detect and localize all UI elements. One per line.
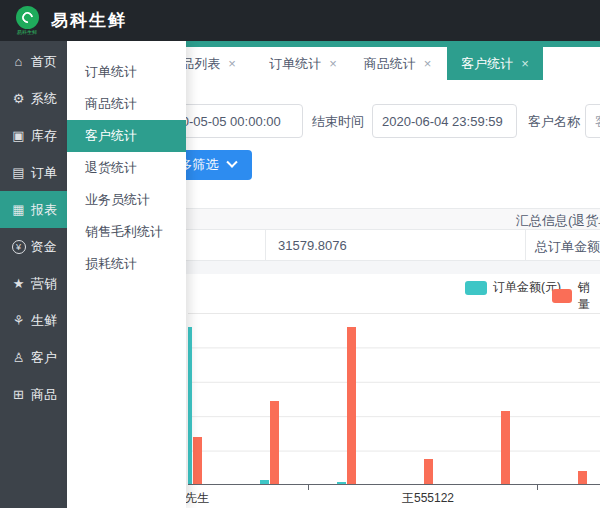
bar-order-amount [260, 480, 269, 484]
legend-swatch-order-amount [465, 281, 487, 295]
cell-divider [525, 230, 526, 261]
sidebar-item-goods[interactable]: ⊞商品 [0, 376, 68, 413]
sidebar-item-label: 商品 [31, 386, 57, 404]
sidebar-item-label: 营销 [31, 275, 57, 293]
submenu-item-gross-profit-stats[interactable]: 销售毛利统计 [67, 216, 186, 248]
cell-divider [265, 230, 266, 261]
goods-icon: ⊞ [11, 387, 26, 402]
close-icon[interactable]: × [521, 56, 529, 71]
sidebar-item-marketing[interactable]: ★营销 [0, 265, 68, 302]
home-icon: ⌂ [11, 54, 26, 69]
reports-icon: ▦ [11, 202, 26, 217]
end-time-input[interactable] [372, 104, 517, 138]
sidebar-item-label: 客户 [31, 349, 57, 367]
tab-customer-stats[interactable]: 客户统计× [447, 47, 543, 80]
close-icon[interactable]: × [228, 56, 236, 71]
sidebar-item-orders[interactable]: ▤订单 [0, 154, 68, 191]
tab-label: 订单统计 [269, 55, 321, 73]
bar-sales-volume [578, 471, 587, 484]
sidebar-item-fresh[interactable]: ⚘生鲜 [0, 302, 68, 339]
app-logo: 易科生鲜 [9, 6, 45, 36]
close-icon[interactable]: × [329, 56, 337, 71]
tab-label: 客户统计 [461, 55, 513, 73]
sidebar-item-label: 库存 [31, 127, 57, 145]
page: 易科生鲜 易科生鲜 ⌂首页⚙系统▣库存▤订单▦报表¥资金★营销⚘生鲜♙客户⊞商品… [0, 0, 600, 508]
tab-order-stats[interactable]: 订单统计× [268, 47, 338, 80]
legend-item-sales-volume[interactable]: 销量 [552, 279, 600, 313]
legend-label-order-amount: 订单金额(元) [493, 279, 561, 296]
submenu-item-customer-stats[interactable]: 客户统计 [67, 120, 186, 152]
sidebar-item-label: 报表 [31, 201, 57, 219]
sidebar-item-label: 生鲜 [31, 312, 57, 330]
submenu-item-salesman-stats[interactable]: 业务员统计 [67, 184, 186, 216]
chevron-down-icon [226, 157, 237, 168]
summary-header-text: 汇总信息(退货单 [516, 212, 600, 230]
sidebar-item-inventory[interactable]: ▣库存 [0, 117, 68, 154]
app-title: 易科生鲜 [51, 9, 127, 32]
logo-icon [16, 6, 39, 29]
bar-sales-volume [193, 437, 202, 484]
sidebar-item-reports[interactable]: ▦报表 [0, 191, 68, 228]
bar-chart-plot [188, 313, 600, 485]
marketing-icon: ★ [11, 276, 26, 291]
x-axis-label: 先生 [185, 490, 209, 507]
sidebar-item-label: 订单 [31, 164, 57, 182]
submenu-item-loss-stats[interactable]: 损耗统计 [67, 248, 186, 280]
x-axis-tick [308, 485, 309, 490]
tab-label: 商品统计 [364, 55, 416, 73]
sidebar-item-label: 首页 [31, 53, 57, 71]
submenu-item-return-stats[interactable]: 退货统计 [67, 152, 186, 184]
end-time-label: 结束时间 [312, 113, 364, 131]
logo-subtext: 易科生鲜 [17, 29, 37, 35]
customers-icon: ♙ [11, 350, 26, 365]
sidebar-item-system[interactable]: ⚙系统 [0, 80, 68, 117]
sidebar-item-home[interactable]: ⌂首页 [0, 43, 68, 80]
tab-goods-stats[interactable]: 商品统计× [363, 47, 432, 80]
x-axis-label: 王555122 [402, 490, 454, 507]
bar-order-amount [337, 482, 346, 484]
legend-label-sales-volume: 销量 [578, 279, 600, 313]
legend-item-order-amount[interactable]: 订单金额(元) [465, 279, 561, 296]
sidebar-item-customers[interactable]: ♙客户 [0, 339, 68, 376]
summary-amount-value: 31579.8076 [278, 238, 347, 253]
sidebar-item-label: 资金 [31, 238, 57, 256]
summary-total-label: 总订单金额( [535, 238, 600, 256]
orders-icon: ▤ [11, 165, 26, 180]
submenu-item-goods-stats[interactable]: 商品统计 [67, 88, 186, 120]
bar-sales-volume [270, 401, 279, 484]
inventory-icon: ▣ [11, 128, 26, 143]
system-icon: ⚙ [11, 91, 26, 106]
app-header: 易科生鲜 易科生鲜 [0, 0, 600, 41]
sidebar-menu: ⌂首页⚙系统▣库存▤订单▦报表¥资金★营销⚘生鲜♙客户⊞商品 [0, 41, 68, 508]
funds-icon: ¥ [12, 240, 26, 254]
legend-swatch-sales-volume [552, 289, 572, 303]
sidebar-item-label: 系统 [31, 90, 57, 108]
bar-sales-volume [501, 411, 510, 484]
reports-submenu-popup: 订单统计商品统计客户统计退货统计业务员统计销售毛利统计损耗统计 [67, 41, 186, 508]
bar-order-amount [188, 327, 192, 484]
customer-name-input[interactable] [585, 104, 600, 138]
customer-name-label: 客户名称 [528, 113, 580, 131]
close-icon[interactable]: × [424, 56, 432, 71]
submenu-item-order-stats[interactable]: 订单统计 [67, 56, 186, 88]
sidebar-item-funds[interactable]: ¥资金 [0, 228, 68, 265]
x-axis-tick [537, 485, 538, 490]
fresh-icon: ⚘ [11, 313, 26, 328]
bar-sales-volume [424, 459, 433, 484]
bar-sales-volume [347, 327, 356, 484]
